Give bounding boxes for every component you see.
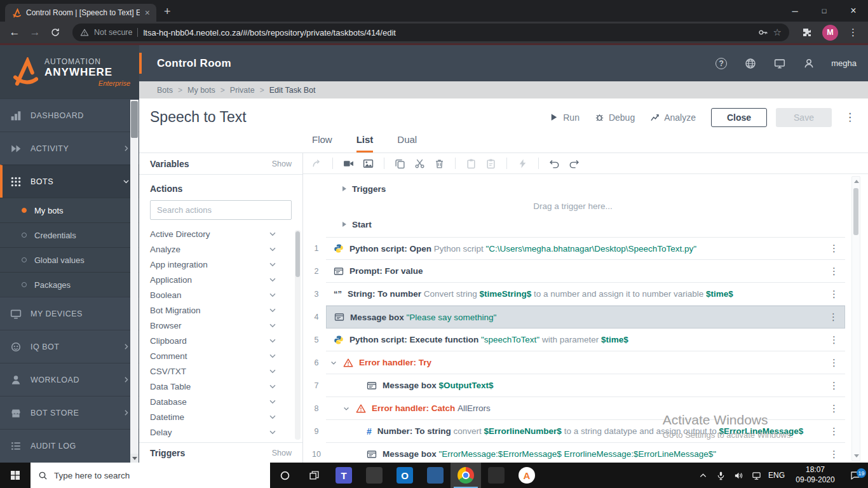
panel-scroll-thumb[interactable] bbox=[295, 231, 300, 277]
search-actions-input[interactable] bbox=[150, 200, 292, 220]
microphone-tray-icon[interactable] bbox=[712, 471, 729, 480]
chevron-down-icon[interactable] bbox=[342, 405, 350, 412]
volume-tray-icon[interactable] bbox=[729, 471, 747, 480]
action-row-card[interactable]: “”String: To number Convert string $time… bbox=[326, 283, 845, 306]
action-center-button[interactable]: 19 bbox=[843, 470, 868, 480]
action-row-card[interactable]: Message box "Please say something"⋮ bbox=[326, 306, 845, 329]
action-row-card[interactable]: Python script: Execute function "speechT… bbox=[326, 329, 845, 351]
action-category-datetime[interactable]: Datetime bbox=[139, 409, 302, 424]
tab-list[interactable]: List bbox=[356, 134, 374, 152]
breadcrumb-item-my-bots[interactable]: My bots bbox=[187, 86, 215, 95]
task-view-button[interactable] bbox=[299, 463, 329, 488]
save-button[interactable]: Save bbox=[776, 108, 832, 127]
action-row-card[interactable]: Message box $OutputText$⋮ bbox=[326, 374, 845, 397]
variables-show-link[interactable]: Show bbox=[272, 159, 292, 168]
action-category-database[interactable]: Database bbox=[139, 394, 302, 409]
variables-header[interactable]: Variables Show bbox=[139, 153, 302, 175]
app-scroll-thumb[interactable] bbox=[131, 101, 138, 138]
action-category-csv-txt[interactable]: CSV/TXT bbox=[139, 363, 302, 379]
taskbar-app-chrome[interactable] bbox=[451, 463, 481, 488]
row-menu-icon[interactable]: ⋮ bbox=[829, 380, 839, 391]
debug-button[interactable]: Debug bbox=[595, 112, 635, 123]
action-category-boolean[interactable]: Boolean bbox=[139, 287, 302, 302]
start-button[interactable] bbox=[0, 463, 31, 488]
action-row-8[interactable]: 8Error handler: Catch AllErrors⋮ bbox=[303, 397, 868, 420]
page-menu-icon[interactable]: ⋮ bbox=[841, 111, 859, 124]
user-icon[interactable] bbox=[803, 58, 815, 69]
logo-block[interactable]: AUTOMATION ANYWHERE Enterprise bbox=[0, 45, 139, 98]
forward-icon[interactable]: → bbox=[27, 26, 43, 39]
action-category-clipboard[interactable]: Clipboard bbox=[139, 333, 302, 348]
taskbar-search-input[interactable] bbox=[54, 471, 262, 480]
globe-icon[interactable] bbox=[745, 58, 756, 69]
triggers-section[interactable]: Triggers bbox=[342, 182, 868, 196]
sidebar-item-workload[interactable]: WORKLOAD bbox=[0, 363, 139, 396]
bookmark-star-icon[interactable]: ☆ bbox=[773, 27, 782, 38]
paste-special-icon[interactable] bbox=[485, 158, 496, 169]
browser-profile-avatar[interactable]: M bbox=[822, 25, 838, 41]
sidebar-subitem-credentials[interactable]: Credentials bbox=[0, 222, 139, 247]
devices-icon[interactable] bbox=[774, 58, 785, 69]
action-row-10[interactable]: 10Message box "ErrorMessage:$ErrorMessag… bbox=[303, 443, 868, 463]
sidebar-item-dashboard[interactable]: DASHBOARD bbox=[0, 98, 139, 132]
app-scrollbar[interactable] bbox=[130, 100, 139, 463]
sidebar-item-bot-store[interactable]: BOT STORE bbox=[0, 396, 139, 429]
action-row-card[interactable]: Prompt: For value⋮ bbox=[326, 260, 845, 283]
extensions-icon[interactable] bbox=[802, 27, 812, 37]
taskbar-search[interactable] bbox=[31, 463, 270, 488]
row-menu-icon[interactable]: ⋮ bbox=[829, 334, 839, 346]
row-menu-icon[interactable]: ⋮ bbox=[829, 426, 839, 437]
sidebar-item-bots[interactable]: BOTS bbox=[0, 165, 139, 198]
action-row-card[interactable]: Message box "ErrorMessage:$ErrorMessage$… bbox=[326, 443, 845, 463]
redo-icon[interactable] bbox=[569, 158, 580, 169]
taskbar-app-app-dark[interactable] bbox=[359, 463, 390, 488]
action-row-4[interactable]: 4Message box "Please say something"⋮ bbox=[303, 306, 868, 329]
snapshot-icon[interactable] bbox=[363, 158, 374, 169]
language-indicator[interactable]: ENG bbox=[765, 471, 788, 480]
undo-icon[interactable] bbox=[549, 158, 560, 169]
action-category-delay[interactable]: Delay bbox=[139, 424, 302, 440]
window-close-button[interactable]: × bbox=[839, 0, 868, 22]
row-menu-icon[interactable]: ⋮ bbox=[829, 288, 839, 300]
action-category-browser[interactable]: Browser bbox=[139, 318, 302, 333]
new-tab-button[interactable]: + bbox=[164, 5, 171, 18]
camera-icon[interactable] bbox=[343, 158, 354, 169]
chevron-down-icon[interactable] bbox=[330, 359, 337, 367]
action-row-6[interactable]: 6Error handler: Try⋮ bbox=[303, 351, 868, 374]
bolt-icon[interactable] bbox=[517, 158, 528, 169]
taskbar-app-automation-anywhere[interactable]: A bbox=[512, 463, 542, 488]
action-category-application[interactable]: Application bbox=[139, 272, 302, 287]
action-row-9[interactable]: 9#Number: To string convert $ErrorlineNu… bbox=[303, 420, 868, 443]
sidebar-item-iq-bot[interactable]: IQ BOT bbox=[0, 330, 139, 363]
window-minimize-button[interactable]: ─ bbox=[780, 0, 810, 22]
tab-flow[interactable]: Flow bbox=[312, 134, 332, 152]
not-secure-warning-icon[interactable] bbox=[80, 28, 89, 37]
taskbar-app-app-blue[interactable] bbox=[420, 463, 451, 488]
tab-dual[interactable]: Dual bbox=[397, 134, 417, 152]
cortana-button[interactable] bbox=[270, 463, 299, 488]
row-menu-icon[interactable]: ⋮ bbox=[829, 449, 839, 460]
back-icon[interactable]: ← bbox=[6, 26, 23, 39]
action-row-card[interactable]: Error handler: Catch AllErrors⋮ bbox=[326, 397, 845, 420]
row-menu-icon[interactable]: ⋮ bbox=[829, 357, 839, 369]
breadcrumb-item-bots[interactable]: Bots bbox=[157, 86, 173, 95]
action-category-bot-migration[interactable]: Bot Migration bbox=[139, 302, 302, 318]
action-row-3[interactable]: 3“”String: To number Convert string $tim… bbox=[303, 283, 868, 306]
sidebar-item-my-devices[interactable]: MY DEVICES bbox=[0, 297, 139, 330]
row-menu-icon[interactable]: ⋮ bbox=[829, 266, 839, 277]
analyze-button[interactable]: Analyze bbox=[650, 112, 696, 123]
trash-icon[interactable] bbox=[434, 158, 445, 169]
action-row-2[interactable]: 2Prompt: For value⋮ bbox=[303, 260, 868, 283]
window-maximize-button[interactable]: □ bbox=[810, 0, 839, 22]
action-category-analyze[interactable]: Analyze bbox=[139, 241, 302, 257]
cut-icon[interactable] bbox=[414, 158, 425, 169]
run-button[interactable]: Run bbox=[549, 112, 580, 123]
help-icon[interactable]: ? bbox=[715, 58, 727, 69]
breadcrumb-item-private[interactable]: Private bbox=[230, 86, 255, 95]
curved-arrow-icon[interactable] bbox=[311, 158, 322, 169]
breadcrumb-item-edit-task-bot[interactable]: Edit Task Bot bbox=[269, 86, 316, 95]
copy-icon[interactable] bbox=[395, 158, 405, 169]
row-menu-icon[interactable]: ⋮ bbox=[829, 311, 838, 323]
scroll-down-icon[interactable] bbox=[854, 454, 859, 458]
action-category-app-integration[interactable]: App integration bbox=[139, 257, 302, 272]
